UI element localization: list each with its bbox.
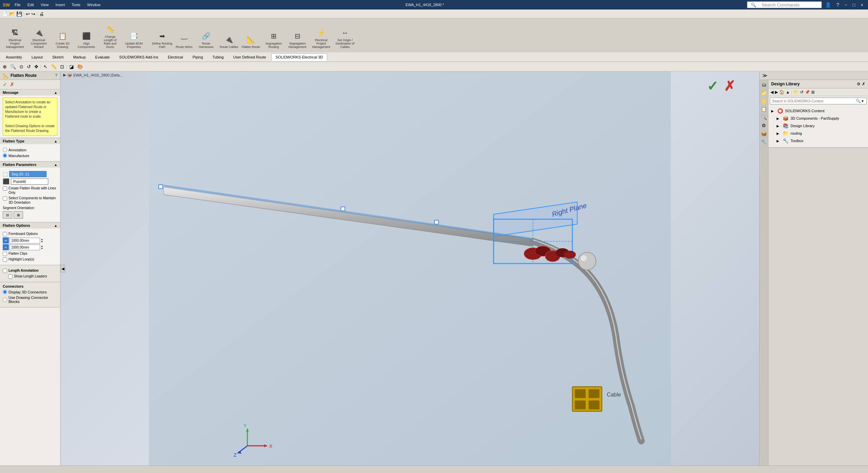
toolbox-expand[interactable]: ▶ <box>777 139 781 143</box>
width-down[interactable]: ▼ <box>41 240 43 243</box>
radio-annotation-input[interactable] <box>3 148 7 152</box>
tab-assembly[interactable]: Assembly <box>1 53 27 61</box>
accept-button[interactable]: ✓ <box>3 81 7 88</box>
dl-item-sw-content[interactable]: ▶ ⭕ SOLIDWORKS Content <box>770 107 867 115</box>
tab-piping[interactable]: Piping <box>188 53 207 61</box>
tab-tubing[interactable]: Tubing <box>208 53 228 61</box>
collapse-right-icon[interactable]: ≫ <box>762 73 767 78</box>
height-input[interactable] <box>10 244 40 250</box>
toolbar-align-components[interactable]: ⬛ Align Components <box>75 30 98 50</box>
sw-content-expand[interactable]: ▶ <box>771 109 775 113</box>
tab-electrical[interactable]: Electrical <box>163 53 188 61</box>
undo-icon[interactable]: ↩ <box>26 11 30 17</box>
flatten-clips-checkbox[interactable] <box>3 252 7 256</box>
panel-icon-1[interactable]: 🗂 <box>761 81 767 88</box>
toolbar-route-wires[interactable]: 〰 Route Wires <box>174 33 194 50</box>
create-flatten-checkbox[interactable] <box>3 186 7 191</box>
flatten-type-header[interactable]: Flatten Type ▲ <box>0 138 60 144</box>
dl-view[interactable]: ⊞ <box>811 90 815 95</box>
seg-id-input[interactable] <box>9 171 47 177</box>
toolbar-electrical-component-wizard[interactable]: 🔌 Electrical Component Wizard <box>27 27 50 50</box>
dl-up[interactable]: ▲ <box>786 90 790 95</box>
save-icon[interactable]: 💾 <box>16 11 22 17</box>
dl-search-container[interactable]: 🔍 ▼ <box>770 98 867 104</box>
menu-edit[interactable]: Edit <box>25 2 36 7</box>
highlight-loops-label[interactable]: Highlight Loop(s) <box>3 257 57 262</box>
menu-insert[interactable]: Insert <box>53 2 67 7</box>
menu-view[interactable]: View <box>39 2 51 7</box>
length-annotation-checkbox[interactable] <box>3 269 7 273</box>
dl-pin[interactable]: 📌 <box>805 90 810 95</box>
panel-icon-2[interactable]: 📁 <box>760 89 767 96</box>
dl-item-toolbox[interactable]: ▶ 🔧 Toolbox <box>770 137 867 145</box>
dl-home[interactable]: 🏠 <box>779 90 784 95</box>
routing-expand[interactable]: ▶ <box>777 132 781 135</box>
toolbar-route-cables[interactable]: 🔌 Route Cables <box>219 33 240 50</box>
tab-user-defined-route[interactable]: User Defined Route <box>229 53 271 61</box>
redo-icon[interactable]: ↪ <box>31 11 35 17</box>
toolbar-define-routing[interactable]: ➡ Define Routing Path <box>151 30 174 50</box>
zoom-icon2[interactable]: ⊙ <box>18 63 25 70</box>
flatten-options-header[interactable]: Flatten Options ▲ <box>0 222 60 229</box>
rotate-icon[interactable]: ↺ <box>25 63 32 70</box>
dl-search-input[interactable] <box>772 99 856 103</box>
panel-icon-3[interactable]: ⭐ <box>760 98 767 104</box>
minimize-button[interactable]: − <box>843 2 849 8</box>
use-drawing-connector-radio[interactable] <box>3 298 7 302</box>
toolbar-update-bom[interactable]: 📑 Update BOM Properties <box>122 30 145 50</box>
close-button[interactable]: × <box>858 2 865 8</box>
help-button[interactable]: ? <box>55 73 57 78</box>
dl-settings-icon[interactable]: ⚙ <box>857 82 861 86</box>
tab-evaluate[interactable]: Evaluate <box>91 53 114 61</box>
dl-forward[interactable]: ▶ <box>775 90 778 95</box>
tab-solidworks-electrical-3d[interactable]: SOLIDWORKS Electrical 3D <box>271 53 327 61</box>
dl-search-dropdown[interactable]: ▼ <box>861 99 864 103</box>
toolbar-change-length[interactable]: 📏 Change Length of Rails and Ducts <box>99 23 122 50</box>
dl-close-icon[interactable]: ✗ <box>862 82 865 86</box>
help-icon[interactable]: ? <box>834 1 841 8</box>
create-flatten-checkbox-label[interactable]: Create Flatten Route with Lines Only <box>3 186 57 195</box>
flatten-clips-label[interactable]: Flatten Clips <box>3 251 57 256</box>
tab-solidworks-addins[interactable]: SOLIDWORKS Add-Ins <box>115 53 163 61</box>
print-icon[interactable]: 🖨 <box>39 11 44 17</box>
dl-item-design-library[interactable]: ▶ 📚 Design Library <box>770 122 867 130</box>
panel-icon-6[interactable]: ⚙ <box>761 122 767 129</box>
highlight-loops-checkbox[interactable] <box>3 257 7 262</box>
design-lib-expand[interactable]: ▶ <box>777 124 781 128</box>
dl-back[interactable]: ◀ <box>770 90 774 95</box>
toolbar-segregation-routing[interactable]: ⊞ Segregation Routing <box>262 30 285 50</box>
point-input[interactable] <box>11 179 48 185</box>
orient-btn-2[interactable]: ⊠ <box>14 211 23 219</box>
maximize-button[interactable]: □ <box>851 2 857 8</box>
new-icon[interactable]: 📄 <box>2 11 8 17</box>
dl-item-routing[interactable]: ▶ 📁 routing <box>770 130 867 137</box>
reject-button[interactable]: ✗ <box>10 81 14 88</box>
pan-icon[interactable]: ✥ <box>33 63 40 70</box>
panel-icon-4[interactable]: 📋 <box>760 106 767 113</box>
use-drawing-connector-label[interactable]: Use Drawing Connector Blocks <box>3 295 57 304</box>
dl-refresh[interactable]: ↺ <box>800 90 803 95</box>
formboard-checkbox-label[interactable]: Formboard Options <box>3 232 57 236</box>
radio-annotation[interactable]: Annotation <box>3 148 57 152</box>
toolbar-create-2d-drawing[interactable]: 📋 Create 2D Drawing <box>51 30 74 50</box>
width-up[interactable]: ▲ <box>41 238 43 240</box>
show-length-leaders-checkbox[interactable] <box>8 274 13 279</box>
view-orient-icon[interactable]: ⊕ <box>1 63 8 70</box>
toolbar-electrical-project-mgmt[interactable]: 🏗 Electrical Project Management <box>3 27 27 50</box>
radio-manufacture-input[interactable] <box>3 153 7 158</box>
panel-icon-8[interactable]: 🔧 <box>760 138 767 145</box>
menu-tools[interactable]: Tools <box>70 2 83 7</box>
length-annotation-label[interactable]: Length Annotation <box>3 268 57 273</box>
toolbar-set-origin[interactable]: ↔ Set Origin / Destination of Cables <box>333 27 357 50</box>
height-down[interactable]: ▼ <box>41 247 43 250</box>
panel-icon-5[interactable]: 🔍 <box>760 114 767 121</box>
orient-btn-1[interactable]: ⊟ <box>3 211 12 219</box>
select-components-checkbox-label[interactable]: Select Components to Maintain 3D Orienta… <box>3 196 57 205</box>
radio-manufacture[interactable]: Manufacture <box>3 153 57 158</box>
display-style-icon[interactable]: ◪ <box>68 63 75 70</box>
message-section-header[interactable]: Message ▲ <box>0 89 60 96</box>
toolbar-route-harnesses[interactable]: 🔗 Route Harnesses <box>195 30 218 50</box>
dl-item-3d-components[interactable]: ▶ 📦 3D Components - PartSupply <box>770 115 867 122</box>
open-icon[interactable]: 📂 <box>9 11 15 17</box>
select-icon[interactable]: ↖ <box>42 63 49 70</box>
